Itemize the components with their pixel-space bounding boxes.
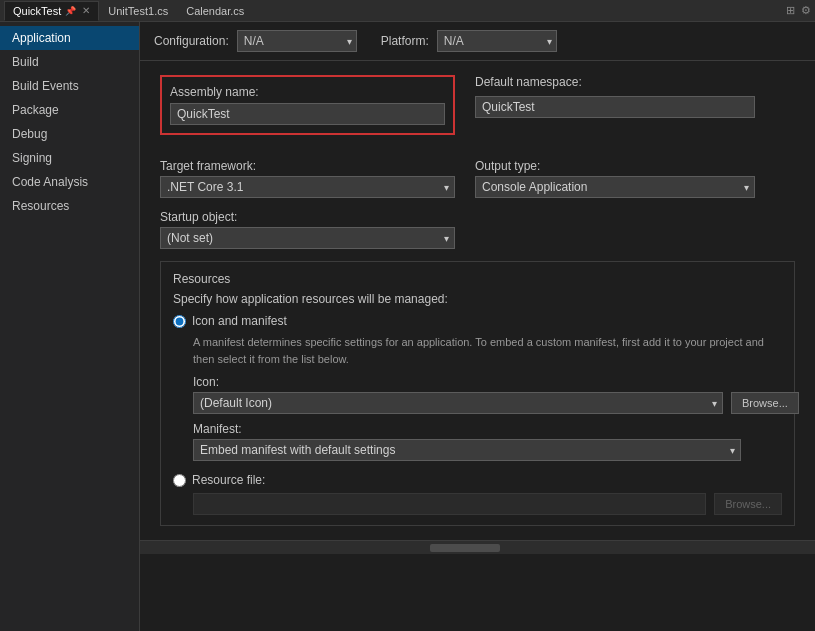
manifest-select[interactable]: Embed manifest with default settings — [193, 439, 741, 461]
sidebar-item-build-events[interactable]: Build Events — [0, 74, 139, 98]
assembly-name-box: Assembly name: — [160, 75, 455, 135]
content-area: Configuration: N/A Platform: N/A Assembl… — [140, 22, 815, 631]
target-framework-select[interactable]: .NET Core 3.1 — [160, 176, 455, 198]
resources-title: Resources — [173, 272, 782, 286]
platform-select[interactable]: N/A — [437, 30, 557, 52]
resource-file-label: Resource file: — [192, 473, 265, 487]
sidebar-item-debug[interactable]: Debug — [0, 122, 139, 146]
sidebar-item-signing[interactable]: Signing — [0, 146, 139, 170]
titlebar-right: ⊞ ⚙ — [786, 4, 811, 17]
tab-unittest[interactable]: UnitTest1.cs — [99, 1, 177, 21]
icon-manifest-radio[interactable] — [173, 315, 186, 328]
sidebar-item-application[interactable]: Application — [0, 26, 139, 50]
icon-manifest-description: A manifest determines specific settings … — [193, 334, 782, 367]
icon-label: Icon: — [193, 375, 782, 389]
manifest-field-group: Manifest: Embed manifest with default se… — [193, 422, 782, 461]
sidebar-item-build[interactable]: Build — [0, 50, 139, 74]
assembly-name-input[interactable] — [170, 103, 445, 125]
sidebar: Application Build Build Events Package D… — [0, 22, 140, 631]
manifest-label: Manifest: — [193, 422, 782, 436]
assembly-namespace-row: Assembly name: Default namespace: — [160, 75, 795, 147]
settings-icon[interactable]: ⚙ — [801, 4, 811, 17]
icon-field-group: Icon: (Default Icon) Browse... — [193, 375, 782, 414]
platform-label: Platform: — [381, 34, 429, 48]
sidebar-item-package[interactable]: Package — [0, 98, 139, 122]
configuration-select-wrapper: N/A — [237, 30, 357, 52]
tab-label: Calendar.cs — [186, 5, 244, 17]
output-type-group: Output type: Console Application — [475, 159, 755, 198]
form-area: Assembly name: Default namespace: Target… — [140, 61, 815, 540]
platform-select-wrapper: N/A — [437, 30, 557, 52]
pin-icon[interactable]: 📌 — [65, 6, 76, 16]
tab-calendar[interactable]: Calendar.cs — [177, 1, 253, 21]
close-icon[interactable]: ✕ — [82, 5, 90, 16]
scrollbar-thumb — [430, 544, 500, 552]
resource-file-input — [193, 493, 706, 515]
icon-manifest-label: Icon and manifest — [192, 314, 287, 328]
tab-label: UnitTest1.cs — [108, 5, 168, 17]
resource-file-browse-button: Browse... — [714, 493, 782, 515]
namespace-group: Default namespace: — [475, 75, 795, 118]
icon-manifest-radio-group: Icon and manifest — [173, 314, 782, 328]
icon-select[interactable]: (Default Icon) — [193, 392, 723, 414]
configuration-select[interactable]: N/A — [237, 30, 357, 52]
framework-output-row: Target framework: .NET Core 3.1 Output t… — [160, 159, 795, 198]
resource-file-row: Resource file: Browse... — [173, 473, 782, 515]
resource-file-radio[interactable] — [173, 474, 186, 487]
target-framework-group: Target framework: .NET Core 3.1 — [160, 159, 455, 198]
icon-browse-button[interactable]: Browse... — [731, 392, 799, 414]
output-type-select[interactable]: Console Application — [475, 176, 755, 198]
horizontal-scrollbar[interactable] — [140, 540, 815, 554]
tab-label: QuickTest — [13, 5, 61, 17]
resource-file-radio-group: Resource file: — [173, 473, 782, 487]
assembly-name-label: Assembly name: — [170, 85, 445, 99]
resources-section: Resources Specify how application resour… — [160, 261, 795, 526]
configuration-label: Configuration: — [154, 34, 229, 48]
expand-icon[interactable]: ⊞ — [786, 4, 795, 17]
default-namespace-input[interactable] — [475, 96, 755, 118]
sidebar-item-code-analysis[interactable]: Code Analysis — [0, 170, 139, 194]
icon-manifest-fields: Icon: (Default Icon) Browse... M — [193, 375, 782, 461]
output-type-label: Output type: — [475, 159, 755, 173]
title-bar: QuickTest 📌 ✕ UnitTest1.cs Calendar.cs ⊞… — [0, 0, 815, 22]
sidebar-item-resources[interactable]: Resources — [0, 194, 139, 218]
startup-object-group: Startup object: (Not set) — [160, 210, 795, 249]
resources-description: Specify how application resources will b… — [173, 292, 782, 306]
config-bar: Configuration: N/A Platform: N/A — [140, 22, 815, 61]
main-layout: Application Build Build Events Package D… — [0, 22, 815, 631]
tab-quicktest[interactable]: QuickTest 📌 ✕ — [4, 1, 99, 21]
startup-object-label: Startup object: — [160, 210, 795, 224]
startup-object-select[interactable]: (Not set) — [160, 227, 455, 249]
default-namespace-label: Default namespace: — [475, 75, 795, 89]
target-framework-label: Target framework: — [160, 159, 455, 173]
